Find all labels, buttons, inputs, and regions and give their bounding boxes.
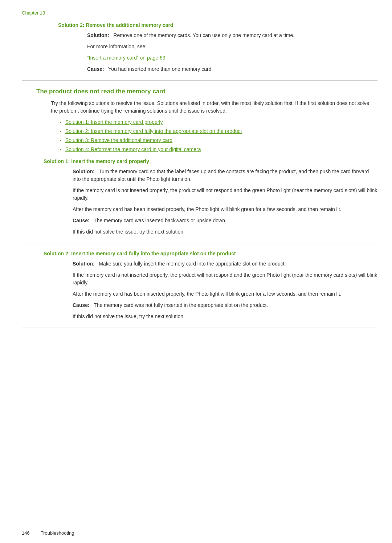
bullet-link-1[interactable]: Solution 1: Insert the memory card prope… — [65, 119, 163, 125]
solution2-label: Solution: — [73, 261, 95, 267]
solution1-body: Turn the memory card so that the label f… — [73, 169, 369, 182]
product-section-inner: The product does not read the memory car… — [36, 88, 377, 153]
solution1-text: Solution: Turn the memory card so that t… — [73, 168, 377, 183]
more-info-text: For more information, see: — [87, 43, 377, 50]
solution1-cause-text: The memory card was inserted backwards o… — [94, 218, 226, 223]
solution2-para1: If the memory card is not inserted prope… — [73, 271, 377, 287]
bullet-link-4[interactable]: Solution 4: Reformat the memory card in … — [65, 146, 201, 152]
solution2-content: Solution 2: Insert the memory card fully… — [44, 251, 377, 320]
solution1-next: If this did not solve the issue, try the… — [73, 228, 377, 236]
solution1-indented: Solution: Turn the memory card so that t… — [73, 168, 377, 236]
footer: 146 Troubleshooting — [22, 530, 377, 536]
solution1-cause: Cause: The memory card was inserted back… — [73, 217, 377, 224]
main-content: Chapter 13 Solution 2: Remove the additi… — [22, 0, 377, 328]
solution1-block: Solution 1: Insert the memory card prope… — [22, 158, 377, 236]
product-section-body: Try the following solutions to resolve t… — [51, 100, 377, 115]
solution2-next: If this did not solve the issue, try the… — [73, 313, 377, 320]
divider-2 — [22, 243, 377, 243]
bullet-item-4[interactable]: Solution 4: Reformat the memory card in … — [65, 146, 377, 153]
solution2-para2: After the memory card has been inserted … — [73, 290, 377, 298]
bullet-item-2[interactable]: Solution 2: Insert the memory card fully… — [65, 127, 377, 135]
memory-card-link[interactable]: “Insert a memory card” on page 63 — [87, 54, 377, 62]
solution1-para1: If the memory card is not inserted prope… — [73, 187, 377, 202]
product-intro: Try the following solutions to resolve t… — [51, 100, 377, 115]
bullet-item-3[interactable]: Solution 3: Remove the additional memory… — [65, 137, 377, 144]
solution2-indented: Solution: Make sure you fully insert the… — [73, 260, 377, 320]
solution1-para2: After the memory card has been inserted … — [73, 206, 377, 213]
bullet-list: Solution 1: Insert the memory card prope… — [65, 118, 377, 153]
solution1-content: Solution 1: Insert the memory card prope… — [44, 158, 377, 236]
top-solution-label: Solution: — [87, 32, 109, 38]
chapter-label: Chapter 13 — [22, 10, 377, 16]
top-cause: Cause: You had inserted more than one me… — [87, 65, 377, 73]
bullet-item-1[interactable]: Solution 1: Insert the memory card prope… — [65, 118, 377, 126]
footer-title: Troubleshooting — [41, 530, 74, 536]
solution2-cause: Cause: The memory card was not fully ins… — [73, 301, 377, 309]
bullet-link-3[interactable]: Solution 3: Remove the additional memory… — [65, 137, 172, 143]
solution2-body: Make sure you fully insert the memory ca… — [99, 261, 286, 267]
solution1-heading: Solution 1: Insert the memory card prope… — [44, 158, 377, 164]
solution2-cause-label: Cause: — [73, 302, 90, 308]
solution2-heading: Solution 2: Insert the memory card fully… — [44, 251, 377, 256]
bullet-link-2[interactable]: Solution 2: Insert the memory card fully… — [65, 128, 242, 134]
solution2-cause-text: The memory card was not fully inserted i… — [94, 302, 268, 308]
top-solution-block: Solution 2: Remove the additional memory… — [22, 22, 377, 73]
solution1-cause-label: Cause: — [73, 218, 90, 223]
page-container: Troubleshooting Chapter 13 Solution 2: R… — [0, 0, 392, 543]
product-section-heading: The product does not read the memory car… — [36, 88, 377, 95]
top-solution-heading: Solution 2: Remove the additional memory… — [58, 22, 377, 28]
divider-3 — [22, 328, 377, 328]
top-solution-indented: Solution: Remove one of the memory cards… — [87, 32, 377, 73]
top-solution-content: Solution 2: Remove the additional memory… — [58, 22, 377, 73]
solution1-label: Solution: — [73, 169, 95, 174]
top-solution-body: Remove one of the memory cards. You can … — [113, 32, 294, 38]
solution2-text: Solution: Make sure you fully insert the… — [73, 260, 377, 268]
solution2-block: Solution 2: Insert the memory card fully… — [22, 251, 377, 320]
divider-1 — [22, 80, 377, 81]
insert-memory-link[interactable]: “Insert a memory card” on page 63 — [87, 55, 166, 61]
footer-page-number: 146 — [22, 530, 30, 536]
top-solution-text: Solution: Remove one of the memory cards… — [87, 32, 377, 39]
top-cause-text: You had inserted more than one memory ca… — [108, 66, 213, 72]
top-cause-label: Cause: — [87, 66, 104, 72]
product-section: The product does not read the memory car… — [22, 88, 377, 153]
